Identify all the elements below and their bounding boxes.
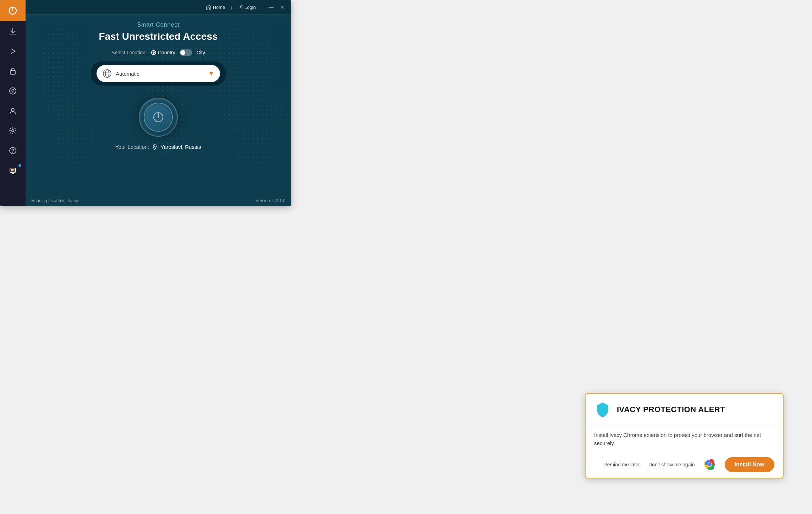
alert-header: IVACY PROTECTION ALERT [586,394,783,424]
header-nav: Home | Login | [203,4,264,11]
svg-rect-4 [10,71,15,74]
chrome-icon [703,458,716,471]
install-now-button[interactable]: Install Now [725,457,774,472]
city-radio[interactable]: City [197,50,205,55]
location-city: Yaroslavl, Russia [160,144,201,150]
country-label: Country [158,50,175,55]
svg-point-22 [103,70,111,77]
city-label: City [197,50,205,55]
sidebar-item-notifications[interactable] [0,161,26,180]
footer-version-text: Version: 5.2.1.0 [256,198,285,203]
sidebar-item-play[interactable] [0,41,26,61]
sidebar [0,0,26,206]
alert-body: Install Ivacy Chrome extension to protec… [586,424,783,478]
svg-point-28 [154,146,155,147]
pin-icon [152,144,158,150]
sidebar-power-button[interactable] [0,0,26,21]
dropdown-chevron-icon: ▼ [208,70,214,77]
main-title: Fast Unrestricted Access [99,31,218,42]
login-nav-item[interactable]: Login [235,4,259,11]
smart-connect-label: Smart Connect [137,22,180,28]
sidebar-item-user[interactable] [0,101,26,121]
svg-point-10 [12,152,13,153]
svg-point-35 [708,463,712,466]
country-radio-dot [151,50,156,55]
svg-point-7 [11,108,14,111]
sidebar-item-settings[interactable] [0,121,26,141]
home-label: Home [213,5,225,10]
connect-power-button[interactable] [139,98,178,137]
location-value: Automatic [116,71,204,77]
svg-point-6 [12,89,14,91]
your-location-label: Your Location: [115,144,149,150]
sidebar-item-help[interactable] [0,141,26,161]
svg-point-8 [12,130,14,132]
alert-title: IVACY PROTECTION ALERT [617,405,725,414]
notification-badge [18,164,21,167]
footer-admin-text: Running as administrator [31,198,78,203]
close-button[interactable]: ✕ [278,3,287,11]
login-label: Login [245,5,256,10]
power-button-inner [144,103,173,132]
location-dropdown[interactable]: Automatic ▼ [97,65,220,82]
location-dropdown-wrapper: Automatic ▼ [91,61,226,86]
vpn-content: Smart Connect Fast Unrestricted Access S… [26,15,291,150]
globe-icon [102,69,112,79]
main-content: Home | Login | — ✕ [26,0,291,206]
home-nav-item[interactable]: Home [203,4,228,11]
shield-icon [594,401,611,418]
svg-marker-3 [11,49,15,54]
svg-point-5 [10,88,16,94]
svg-rect-11 [10,168,16,172]
country-radio[interactable]: Country [151,50,175,55]
header-bar: Home | Login | — ✕ [26,0,291,15]
sidebar-item-lock[interactable] [0,61,26,81]
remind-later-link[interactable]: Remind me later [604,462,640,467]
alert-description: Install Ivacy Chrome extension to protec… [594,431,774,447]
vpn-window: Home | Login | — ✕ [0,0,291,206]
header-separator: | [231,5,232,10]
header-separator2: | [262,5,263,10]
sidebar-item-download[interactable] [0,21,26,41]
alert-actions: Remind me later Don't show me again [594,454,774,472]
location-toggle[interactable] [180,49,192,56]
select-location-label: Select Location: [111,50,147,55]
svg-point-23 [105,70,109,77]
dont-show-link[interactable]: Don't show me again [648,462,695,467]
footer-bar: Running as administrator Version: 5.2.1.… [26,195,291,206]
sidebar-item-ip[interactable] [0,81,26,101]
power-symbol-icon [152,111,165,124]
alert-popup: IVACY PROTECTION ALERT Install Ivacy Chr… [585,393,784,478]
header-controls: — ✕ [267,3,287,11]
your-location: Your Location: Yaroslavl, Russia [115,144,201,150]
location-selector: Select Location: Country City [111,49,205,56]
minimize-button[interactable]: — [267,3,275,11]
power-button-container [139,98,178,137]
